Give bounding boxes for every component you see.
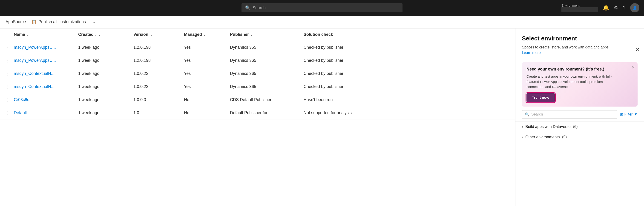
row-dots-1[interactable]: ⋮ — [6, 58, 14, 63]
version-sort-icon[interactable]: ⌄ — [150, 33, 152, 36]
env-group-0[interactable]: › Build apps with Dataverse (6) — [516, 122, 644, 132]
row-name-5[interactable]: Default — [14, 110, 78, 115]
more-options-btn[interactable]: ··· — [91, 19, 95, 24]
env-groups: › Build apps with Dataverse (6) › Other … — [516, 122, 644, 142]
row-publisher-1: Dynamics 365 — [230, 58, 304, 63]
table-area: Name ⌄ Created ↓ ⌄ Version ⌄ Managed ⌄ P… — [0, 28, 515, 206]
row-version-3: 1.0.0.22 — [134, 84, 184, 89]
appsource-label: AppSource — [6, 19, 26, 24]
row-publisher-0: Dynamics 365 — [230, 45, 304, 50]
row-managed-3: Yes — [184, 84, 230, 89]
promo-text: Create and test apps in your own environ… — [526, 74, 614, 90]
env-count-1: (5) — [562, 135, 567, 139]
col-publisher-header[interactable]: Publisher ⌄ — [230, 32, 304, 37]
managed-col-label: Managed — [184, 32, 202, 37]
panel-search-icon: 🔍 — [525, 112, 530, 117]
try-it-now-btn[interactable]: Try it now — [526, 93, 555, 102]
filter-btn[interactable]: ⊞ Filter ▼ — [620, 112, 638, 117]
sub-nav: AppSource 📋 Publish all customizations ·… — [0, 16, 644, 28]
help-icon[interactable]: ? — [623, 5, 626, 11]
right-panel: ✕ Select environment Spaces to create, s… — [515, 28, 644, 206]
table-row[interactable]: ⋮ msdyn_ContextualH... 1 week ago 1.0.0.… — [0, 67, 515, 80]
chevron-right-icon-0: › — [522, 125, 523, 129]
created-sort-icon2[interactable]: ⌄ — [98, 33, 101, 36]
table-body: ⋮ msdyn_PowerAppsC... 1 week ago 1.2.0.1… — [0, 41, 515, 119]
name-col-label: Name — [14, 32, 25, 37]
close-panel-btn[interactable]: ✕ — [635, 47, 640, 53]
col-managed-header[interactable]: Managed ⌄ — [184, 32, 230, 37]
env-input[interactable] — [562, 7, 598, 12]
row-name-4[interactable]: Cr03c8c — [14, 97, 78, 102]
row-publisher-4: CDS Default Publisher — [230, 97, 304, 102]
panel-search-input[interactable] — [531, 112, 614, 116]
row-solution-3: Checked by publisher — [304, 84, 510, 89]
search-bar[interactable]: 🔍 — [242, 3, 402, 12]
table-header: Name ⌄ Created ↓ ⌄ Version ⌄ Managed ⌄ P… — [0, 28, 515, 41]
env-group-1[interactable]: › Other environments (5) — [516, 132, 644, 142]
env-group-row-0[interactable]: › Build apps with Dataverse (6) — [522, 124, 638, 129]
env-group-label-1: Other environments — [525, 135, 560, 139]
created-sort-icon[interactable]: ↓ — [95, 33, 96, 36]
row-managed-2: Yes — [184, 71, 230, 76]
row-name-3[interactable]: msdyn_ContextualH... — [14, 84, 78, 89]
row-managed-4: No — [184, 97, 230, 102]
row-name-1[interactable]: msdyn_PowerAppsC... — [14, 58, 78, 63]
row-publisher-3: Dynamics 365 — [230, 84, 304, 89]
row-dots-2[interactable]: ⋮ — [6, 71, 14, 76]
row-solution-0: Checked by publisher — [304, 45, 510, 50]
promo-close-btn[interactable]: ✕ — [631, 65, 635, 70]
col-name-header[interactable]: Name ⌄ — [14, 32, 78, 37]
row-dots-5[interactable]: ⋮ — [6, 110, 14, 116]
settings-icon[interactable]: ⚙ — [614, 5, 618, 11]
bell-icon[interactable]: 🔔 — [603, 5, 609, 11]
row-created-0: 1 week ago — [78, 45, 134, 50]
panel-search-box[interactable]: 🔍 — [522, 110, 617, 119]
row-name-2[interactable]: msdyn_ContextualH... — [14, 71, 78, 76]
search-icon: 🔍 — [245, 5, 250, 10]
row-solution-5: Not supported for analysis — [304, 110, 510, 115]
env-group-row-1[interactable]: › Other environments (5) — [522, 135, 638, 139]
row-dots-3[interactable]: ⋮ — [6, 84, 14, 89]
appsource-link[interactable]: AppSource — [6, 19, 26, 24]
row-publisher-5: Default Publisher for... — [230, 110, 304, 115]
panel-subtitle: Spaces to create, store, and work with d… — [522, 45, 638, 50]
col-created-header[interactable]: Created ↓ ⌄ — [78, 32, 134, 37]
managed-sort-icon[interactable]: ⌄ — [203, 33, 206, 36]
environment-section: Environment — [562, 4, 598, 12]
row-solution-2: Checked by publisher — [304, 71, 510, 76]
publish-all-label: Publish all customizations — [38, 19, 86, 24]
table-row[interactable]: ⋮ msdyn_PowerAppsC... 1 week ago 1.2.0.1… — [0, 41, 515, 54]
top-nav: 🔍 Environment 🔔 ⚙ ? 👤 — [0, 0, 644, 16]
row-version-2: 1.0.0.22 — [134, 71, 184, 76]
row-managed-1: Yes — [184, 58, 230, 63]
user-avatar[interactable]: 👤 — [630, 3, 640, 12]
row-managed-0: Yes — [184, 45, 230, 50]
avatar-icon: 👤 — [632, 6, 637, 10]
chevron-right-icon-1: › — [522, 135, 523, 139]
learn-more-link[interactable]: Learn more — [522, 51, 541, 55]
row-dots-4[interactable]: ⋮ — [6, 97, 14, 102]
panel-search-area: 🔍 ⊞ Filter ▼ — [516, 110, 644, 119]
row-version-5: 1.0 — [134, 110, 184, 115]
col-version-header[interactable]: Version ⌄ — [134, 32, 184, 37]
row-publisher-2: Dynamics 365 — [230, 71, 304, 76]
promo-card: ✕ Need your own environment? (It's free.… — [522, 62, 638, 107]
row-managed-5: No — [184, 110, 230, 115]
table-row[interactable]: ⋮ msdyn_ContextualH... 1 week ago 1.0.0.… — [0, 80, 515, 93]
env-group-label-0: Build apps with Dataverse — [525, 124, 571, 129]
search-input[interactable] — [252, 5, 399, 10]
row-version-1: 1.2.0.198 — [134, 58, 184, 63]
row-dots-0[interactable]: ⋮ — [6, 44, 14, 50]
publish-all-btn[interactable]: 📋 Publish all customizations — [32, 19, 86, 24]
publisher-sort-icon[interactable]: ⌄ — [250, 33, 253, 36]
panel-title: Select environment — [522, 35, 638, 42]
row-version-0: 1.2.0.198 — [134, 45, 184, 50]
row-created-3: 1 week ago — [78, 84, 134, 89]
table-row[interactable]: ⋮ Default 1 week ago 1.0 No Default Publ… — [0, 106, 515, 119]
panel-header: Select environment Spaces to create, sto… — [516, 28, 644, 59]
row-name-0[interactable]: msdyn_PowerAppsC... — [14, 45, 78, 50]
name-sort-icon[interactable]: ⌄ — [26, 33, 29, 36]
publish-icon: 📋 — [32, 19, 36, 24]
table-row[interactable]: ⋮ msdyn_PowerAppsC... 1 week ago 1.2.0.1… — [0, 54, 515, 67]
table-row[interactable]: ⋮ Cr03c8c 1 week ago 1.0.0.0 No CDS Defa… — [0, 93, 515, 106]
